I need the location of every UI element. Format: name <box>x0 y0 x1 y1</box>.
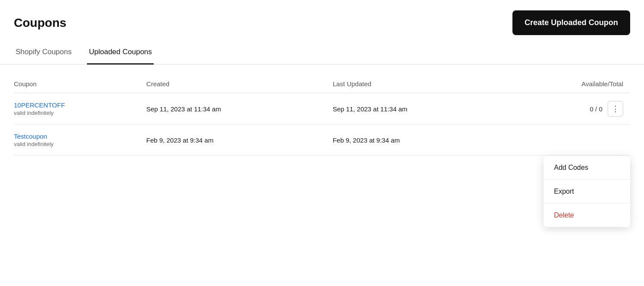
available-cell-1: 0 / 0 ⋮ <box>519 93 630 125</box>
tab-shopify-coupons[interactable]: Shopify Coupons <box>14 42 73 65</box>
page-header: Coupons Create Uploaded Coupon <box>0 0 644 42</box>
column-header-coupon: Coupon <box>14 75 146 93</box>
create-uploaded-coupon-button[interactable]: Create Uploaded Coupon <box>512 10 630 35</box>
created-cell-1: Sep 11, 2023 at 11:34 am <box>146 93 333 125</box>
three-dots-icon: ⋮ <box>612 104 619 114</box>
table-container: Coupon Created Last Updated Available/To… <box>0 65 644 156</box>
available-value-1: 0 / 0 <box>590 105 602 113</box>
page-title: Coupons <box>14 16 66 30</box>
coupon-name-1[interactable]: 10PERCENTOFF <box>14 101 139 109</box>
coupon-cell-2: Testcoupon valid indefinitely <box>14 125 146 156</box>
tab-uploaded-coupons[interactable]: Uploaded Coupons <box>87 42 154 65</box>
coupons-table: Coupon Created Last Updated Available/To… <box>14 75 630 156</box>
column-header-available-total: Available/Total <box>519 75 630 93</box>
dropdown-item-export[interactable]: Export <box>544 180 630 204</box>
column-header-last-updated: Last Updated <box>333 75 519 93</box>
column-header-created: Created <box>146 75 333 93</box>
created-cell-2: Feb 9, 2023 at 9:34 am <box>146 125 333 156</box>
coupon-name-2[interactable]: Testcoupon <box>14 133 139 140</box>
dropdown-item-add-codes[interactable]: Add Codes <box>544 156 630 180</box>
coupon-validity-2: valid indefinitely <box>14 141 54 147</box>
coupon-validity-1: valid indefinitely <box>14 110 54 116</box>
more-options-button-1[interactable]: ⋮ <box>608 101 623 117</box>
available-cell-2 <box>519 125 630 156</box>
dropdown-item-delete[interactable]: Delete <box>544 204 630 227</box>
coupon-cell-1: 10PERCENTOFF valid indefinitely <box>14 93 146 125</box>
last-updated-cell-1: Sep 11, 2023 at 11:34 am <box>333 93 519 125</box>
last-updated-cell-2: Feb 9, 2023 at 9:34 am <box>333 125 519 156</box>
tabs-container: Shopify Coupons Uploaded Coupons <box>0 42 644 65</box>
table-row: 10PERCENTOFF valid indefinitely Sep 11, … <box>14 93 630 125</box>
dropdown-menu: Add Codes Export Delete <box>544 156 630 227</box>
table-row: Testcoupon valid indefinitely Feb 9, 202… <box>14 125 630 156</box>
